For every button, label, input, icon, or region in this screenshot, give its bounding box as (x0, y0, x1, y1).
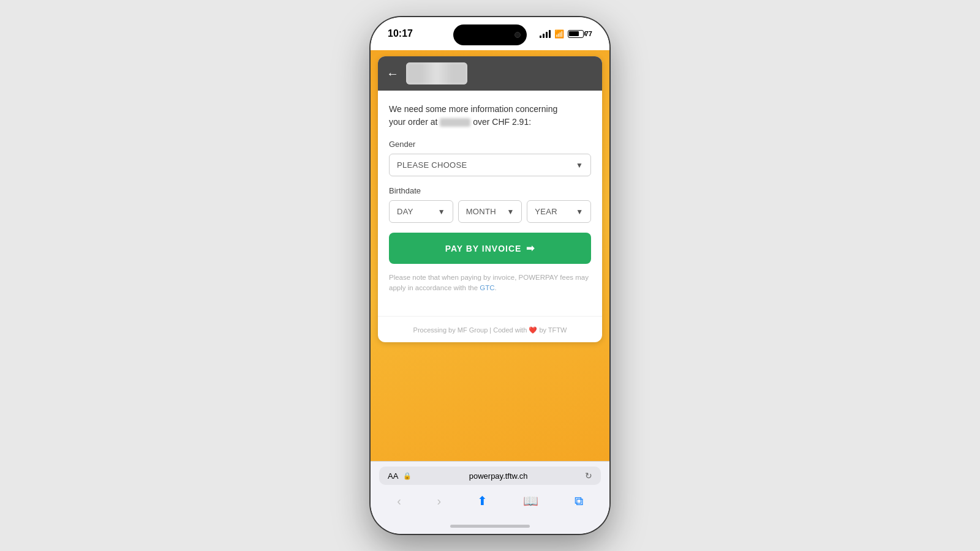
day-chevron-icon: ▼ (438, 208, 445, 216)
day-select[interactable]: DAY ▼ (389, 200, 453, 223)
card-footer: Processing by MF Group | Coded with ❤️ b… (378, 316, 602, 342)
home-bar (450, 525, 530, 528)
bookmarks-button[interactable]: 📖 (518, 491, 543, 511)
info-paragraph: We need some more information concerning… (389, 103, 591, 129)
aa-button[interactable]: AA (388, 471, 398, 481)
birthdate-row: DAY ▼ MONTH ▼ YEAR ▼ (389, 200, 591, 223)
orange-background: ← We need some more information concerni… (371, 50, 609, 461)
phone-content: ← We need some more information concerni… (371, 50, 609, 534)
nav-back-button[interactable]: ‹ (392, 492, 406, 511)
wifi-icon: 📶 (554, 29, 564, 39)
birthdate-label: Birthdate (389, 186, 591, 195)
merchant-name-blurred (440, 118, 470, 127)
month-chevron-icon: ▼ (507, 208, 514, 216)
day-select-text: DAY (397, 207, 413, 216)
back-button[interactable]: ← (386, 67, 399, 81)
phone-shell: 10:17 📶 7 (371, 17, 609, 534)
birthdate-field-group: Birthdate DAY ▼ MONTH ▼ (389, 186, 591, 223)
month-select-text: MONTH (466, 207, 496, 216)
gender-field-group: Gender PLEASE CHOOSE ▼ (389, 140, 591, 176)
lock-icon: 🔒 (403, 472, 412, 480)
home-indicator (371, 518, 609, 534)
info-text-amount: over CHF 2.91: (473, 117, 531, 127)
gender-chevron-icon: ▼ (576, 161, 583, 170)
card-body: We need some more information concerning… (378, 91, 602, 316)
battery-text: 77 (585, 30, 592, 37)
info-text-line2: your order at (389, 117, 437, 127)
safari-browser-bar: AA 🔒 powerpay.tftw.ch ↻ ‹ › ⬆ 📖 ⧉ (371, 461, 609, 518)
arrow-right-icon: ➡ (526, 242, 535, 254)
gtc-link[interactable]: GTC (480, 284, 494, 291)
pay-button-label: PAY BY INVOICE (445, 244, 522, 253)
pay-by-invoice-button[interactable]: PAY BY INVOICE ➡ (389, 233, 591, 264)
status-time: 10:17 (388, 28, 413, 39)
logo-image (406, 62, 467, 84)
status-icons: 📶 77 (540, 29, 592, 39)
island-camera-dot (514, 32, 521, 38)
footer-text: Processing by MF Group | Coded with ❤️ b… (413, 326, 567, 334)
screen: 10:17 📶 7 (371, 17, 609, 534)
status-bar: 10:17 📶 7 (371, 17, 609, 50)
url-bar[interactable]: AA 🔒 powerpay.tftw.ch ↻ (379, 467, 601, 485)
web-card: ← We need some more information concerni… (378, 56, 602, 342)
share-button[interactable]: ⬆ (472, 491, 492, 511)
year-select-text: YEAR (535, 207, 557, 216)
nav-forward-button[interactable]: › (432, 492, 446, 511)
reload-icon[interactable]: ↻ (585, 471, 592, 481)
signal-icon (540, 30, 551, 38)
dynamic-island (453, 24, 527, 45)
gender-select[interactable]: PLEASE CHOOSE ▼ (389, 154, 591, 176)
month-select[interactable]: MONTH ▼ (458, 200, 522, 223)
heart-icon: ❤️ (529, 326, 539, 334)
note-paragraph: Please note that when paying by invoice,… (389, 272, 591, 294)
year-chevron-icon: ▼ (576, 208, 583, 216)
info-text-line1: We need some more information concerning (389, 104, 557, 114)
year-select[interactable]: YEAR ▼ (527, 200, 591, 223)
battery-indicator: 77 (568, 30, 592, 38)
tabs-button[interactable]: ⧉ (570, 492, 588, 511)
url-text: powerpay.tftw.ch (417, 471, 580, 481)
battery-fill (569, 31, 579, 36)
gender-label: Gender (389, 140, 591, 149)
card-header: ← (378, 56, 602, 91)
safari-navigation: ‹ › ⬆ 📖 ⧉ (379, 489, 601, 515)
gender-select-text: PLEASE CHOOSE (397, 160, 467, 170)
